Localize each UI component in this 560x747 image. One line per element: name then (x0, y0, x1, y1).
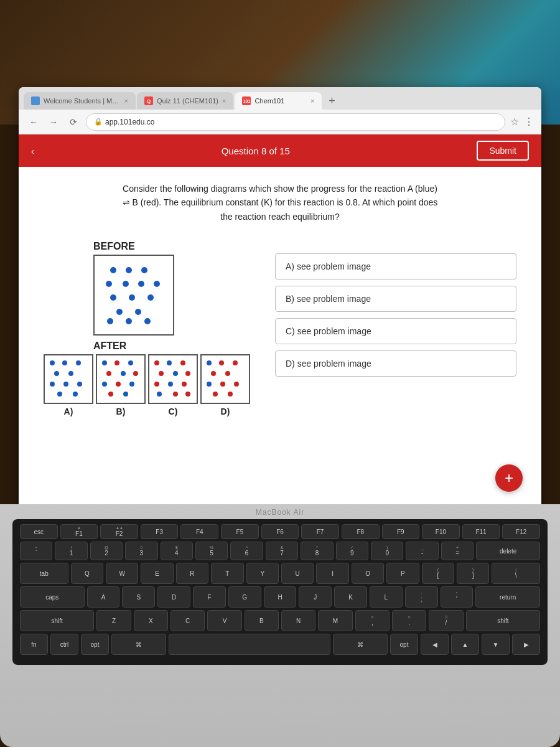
key-option-right[interactable]: opt (390, 634, 418, 655)
key-backslash[interactable]: |\ (492, 563, 540, 584)
diagrams-left: BEFORE (44, 241, 250, 416)
plus-button[interactable]: + (495, 464, 523, 492)
key-z[interactable]: Z (96, 610, 131, 631)
tab-close-welcome[interactable]: × (124, 97, 128, 105)
bookmark-button[interactable]: ☆ (510, 116, 519, 128)
key-w[interactable]: W (106, 563, 138, 584)
key-5[interactable]: %5 (195, 542, 228, 560)
key-f1[interactable]: ✦F1 (60, 524, 98, 539)
key-esc[interactable]: esc (20, 524, 58, 539)
answer-choice-b[interactable]: B) see problem image (275, 286, 516, 312)
new-tab-button[interactable]: + (323, 92, 340, 110)
forward-button[interactable]: → (46, 115, 61, 129)
url-bar[interactable]: 🔒 app.101edu.co (86, 113, 505, 131)
answer-choice-d[interactable]: D) see problem image (275, 350, 516, 377)
key-b[interactable]: B (245, 610, 279, 631)
key-2[interactable]: @2 (90, 542, 123, 560)
key-q[interactable]: Q (71, 563, 103, 584)
answer-choice-a[interactable]: A) see problem image (275, 253, 516, 280)
back-button[interactable]: ← (26, 115, 41, 129)
key-f6[interactable]: F6 (261, 524, 299, 539)
key-f2[interactable]: ✦✦F2 (100, 524, 138, 539)
key-delete[interactable]: delete (476, 542, 540, 560)
tab-welcome[interactable]: Welcome Students | Maricop... × (24, 92, 136, 110)
key-g[interactable]: G (228, 586, 261, 608)
key-arrow-left[interactable]: ◀ (421, 634, 449, 655)
key-f5[interactable]: F5 (221, 524, 259, 539)
key-tab[interactable]: tab (20, 563, 68, 584)
key-n[interactable]: N (281, 610, 315, 631)
dot (220, 382, 225, 387)
key-k[interactable]: K (334, 586, 367, 608)
key-minus[interactable]: _- (406, 542, 438, 560)
key-shift-right[interactable]: shift (466, 610, 540, 631)
key-fn[interactable]: fn (20, 634, 48, 655)
key-x[interactable]: X (134, 610, 168, 631)
key-e[interactable]: E (141, 563, 173, 584)
key-f7[interactable]: F7 (301, 524, 339, 539)
key-f12[interactable]: F12 (502, 524, 540, 539)
key-quote[interactable]: "' (441, 586, 474, 608)
submit-button[interactable]: Submit (477, 141, 529, 161)
key-bracket-open[interactable]: {[ (422, 563, 454, 584)
tab-chem101[interactable]: 101 Chem101 × (235, 92, 322, 110)
key-p[interactable]: P (386, 563, 419, 584)
key-9[interactable]: (9 (336, 542, 368, 560)
dot (54, 371, 59, 376)
key-a[interactable]: A (87, 586, 120, 608)
key-arrow-up[interactable]: ▲ (451, 634, 479, 655)
key-j[interactable]: J (299, 586, 332, 608)
key-f11[interactable]: F11 (462, 524, 500, 539)
key-m[interactable]: M (318, 610, 352, 631)
key-f4[interactable]: F4 (180, 524, 218, 539)
key-space[interactable] (169, 634, 330, 655)
key-7[interactable]: &7 (266, 542, 298, 560)
key-return[interactable]: return (475, 586, 540, 608)
key-f9[interactable]: F9 (382, 524, 420, 539)
key-f8[interactable]: F8 (342, 524, 380, 539)
key-i[interactable]: I (316, 563, 348, 584)
tab-close-chem101[interactable]: × (310, 97, 314, 105)
key-option-left[interactable]: opt (81, 634, 109, 655)
key-f10[interactable]: F10 (422, 524, 460, 539)
refresh-button[interactable]: ⟳ (66, 115, 81, 129)
key-0[interactable]: )0 (371, 542, 403, 560)
key-f3[interactable]: F3 (141, 524, 179, 539)
key-3[interactable]: #3 (125, 542, 157, 560)
key-c[interactable]: C (170, 610, 205, 631)
key-arrow-down[interactable]: ▼ (482, 634, 510, 655)
key-y[interactable]: Y (246, 563, 279, 584)
key-period[interactable]: >. (392, 610, 426, 631)
key-6[interactable]: ^6 (230, 542, 263, 560)
key-arrow-right[interactable]: ▶ (512, 634, 540, 655)
menu-button[interactable]: ⋮ (524, 116, 534, 128)
key-semicolon[interactable]: :; (405, 586, 438, 608)
key-equals[interactable]: += (441, 542, 474, 560)
key-h[interactable]: H (264, 586, 297, 608)
key-l[interactable]: L (370, 586, 403, 608)
key-d[interactable]: D (157, 586, 190, 608)
key-control[interactable]: ctrl (50, 634, 78, 655)
key-u[interactable]: U (281, 563, 314, 584)
key-command-left[interactable]: ⌘ (111, 634, 166, 655)
tab-quiz[interactable]: Q Quiz 11 (CHEM101) × (137, 92, 233, 110)
key-s[interactable]: S (122, 586, 155, 608)
key-o[interactable]: O (352, 563, 384, 584)
key-f[interactable]: F (193, 586, 226, 608)
key-4[interactable]: $4 (161, 542, 193, 560)
key-t[interactable]: T (211, 563, 243, 584)
key-v[interactable]: V (207, 610, 241, 631)
key-slash[interactable]: ?/ (429, 610, 463, 631)
key-comma[interactable]: <, (355, 610, 390, 631)
key-tilde[interactable]: ~` (20, 542, 52, 560)
back-nav[interactable]: ‹ (31, 146, 34, 156)
key-8[interactable]: *8 (301, 542, 333, 560)
tab-close-quiz[interactable]: × (222, 97, 226, 105)
key-command-right[interactable]: ⌘ (333, 634, 388, 655)
key-1[interactable]: !1 (55, 542, 87, 560)
key-bracket-close[interactable]: }] (457, 563, 489, 584)
key-caps[interactable]: caps (20, 586, 85, 608)
answer-choice-c[interactable]: C) see problem image (275, 318, 516, 344)
key-shift-left[interactable]: shift (20, 610, 94, 631)
key-r[interactable]: R (176, 563, 208, 584)
